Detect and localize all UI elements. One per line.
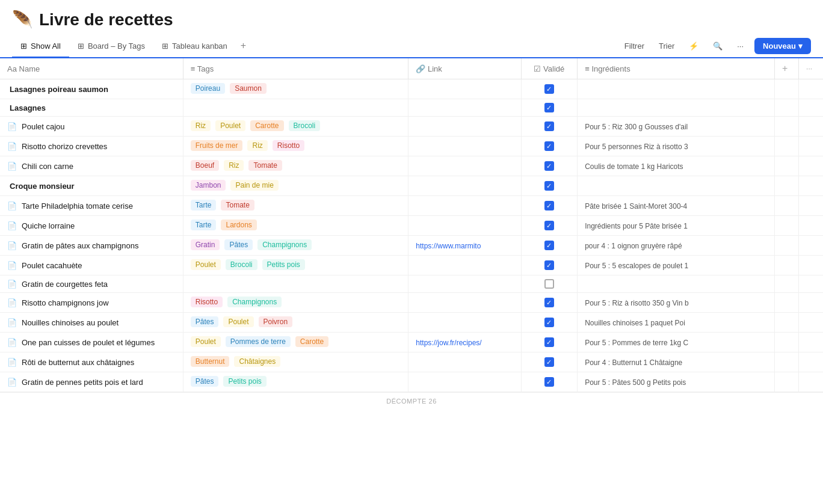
tag[interactable]: Tarte (191, 220, 217, 230)
valide-cell[interactable] (521, 372, 578, 392)
tag[interactable]: Poulet (215, 120, 245, 131)
valide-cell[interactable] (521, 176, 578, 196)
checkbox-unchecked[interactable] (544, 279, 554, 289)
tag[interactable]: Petits pois (262, 259, 305, 270)
name-cell[interactable]: 📄Gratin de pâtes aux champignons (0, 236, 183, 256)
checkbox-checked[interactable] (544, 260, 554, 270)
tag[interactable]: Gratin (191, 239, 220, 250)
valide-cell[interactable] (521, 333, 578, 352)
tag[interactable]: Carotte (295, 336, 328, 347)
tag[interactable]: Pommes de terre (226, 336, 291, 347)
checkbox-checked[interactable] (544, 103, 554, 112)
tag[interactable]: Poivron (259, 316, 293, 327)
valide-cell[interactable] (521, 196, 578, 216)
tag[interactable]: Riz (191, 120, 211, 131)
checkbox-checked[interactable] (544, 337, 554, 347)
valide-cell[interactable] (521, 117, 578, 137)
name-cell[interactable]: 📄Poulet cacahuète (0, 256, 183, 275)
tag[interactable]: Jambon (191, 180, 226, 191)
search-button[interactable]: 🔍 (709, 39, 726, 53)
col-add-button[interactable]: + (774, 58, 798, 79)
link-cell[interactable]: https://jow.fr/recipes/ (408, 333, 521, 352)
valide-cell[interactable] (521, 216, 578, 236)
checkbox-checked[interactable] (544, 377, 554, 387)
tag[interactable]: Carotte (250, 120, 283, 131)
name-cell[interactable]: 📄Risotto champignons jow (0, 293, 183, 313)
trier-button[interactable]: Trier (655, 39, 678, 53)
tag[interactable]: Boeuf (191, 160, 219, 171)
name-cell[interactable]: 📄Chili con carne (0, 156, 183, 176)
tag[interactable]: Petits pois (223, 376, 266, 387)
checkbox-checked[interactable] (544, 161, 554, 171)
tag[interactable]: Tarte (191, 200, 217, 211)
tag[interactable]: Châtaignes (234, 356, 280, 367)
filtrer-button[interactable]: Filtrer (621, 39, 648, 53)
checkbox-checked[interactable] (544, 121, 554, 131)
checkbox-checked[interactable] (544, 141, 554, 151)
tag[interactable]: Champignons (227, 297, 282, 307)
tag[interactable]: Riz (247, 140, 267, 151)
tab-tableau-kanban[interactable]: ⊞ Tableau kanban (153, 35, 236, 58)
tag[interactable]: Risotto (191, 297, 223, 307)
tag[interactable]: Pâtes (191, 316, 219, 327)
name-cell[interactable]: 📄Tarte Philadelphia tomate cerise (0, 196, 183, 216)
checkbox-checked[interactable] (544, 318, 554, 327)
name-cell[interactable]: 📄One pan cuisses de poulet et légumes (0, 333, 183, 352)
checkbox-checked[interactable] (544, 241, 554, 250)
tag[interactable]: Butternut (191, 356, 230, 367)
name-cell[interactable]: 📄Poulet cajou (0, 117, 183, 137)
checkbox-checked[interactable] (544, 298, 554, 307)
link-cell[interactable]: https://www.marmito (408, 236, 521, 256)
name-cell[interactable]: 📄Nouilles chinoises au poulet (0, 313, 183, 333)
new-button[interactable]: Nouveau ▾ (754, 38, 811, 54)
name-cell[interactable]: Lasagnes (0, 99, 183, 117)
valide-cell[interactable] (521, 79, 578, 99)
valide-cell[interactable] (521, 99, 578, 117)
tab-show-all[interactable]: ⊞ Show All (12, 35, 69, 58)
add-tab-button[interactable]: + (236, 34, 251, 57)
tag[interactable]: Lardons (221, 220, 256, 230)
tag[interactable]: Riz (224, 160, 244, 171)
tag[interactable]: Poulet (191, 259, 221, 270)
name-cell[interactable]: 📄Gratin de pennes petits pois et lard (0, 372, 183, 392)
tag[interactable]: Tomate (221, 200, 254, 211)
checkbox-checked[interactable] (544, 201, 554, 211)
valide-cell[interactable] (521, 293, 578, 313)
name-cell[interactable]: 📄Gratin de courgettes feta (0, 275, 183, 293)
valide-cell[interactable] (521, 313, 578, 333)
name-cell[interactable]: 📄Risotto chorizo crevettes (0, 137, 183, 156)
checkbox-checked[interactable] (544, 357, 554, 367)
tag[interactable]: Saumon (230, 83, 267, 94)
tag[interactable]: Pâtes (224, 239, 253, 250)
tag[interactable]: Champignons (257, 239, 312, 250)
name-cell[interactable]: 📄Rôti de butternut aux châtaignes (0, 352, 183, 372)
tag[interactable]: Poireau (191, 83, 225, 94)
valide-cell[interactable] (521, 137, 578, 156)
tag[interactable]: Pâtes (191, 376, 219, 387)
valide-cell[interactable] (521, 156, 578, 176)
tag[interactable]: Brocoli (289, 120, 321, 131)
checkbox-checked[interactable] (544, 221, 554, 230)
col-more-button[interactable]: ··· (799, 58, 823, 79)
valide-cell[interactable] (521, 275, 578, 293)
footer-label: DÉCOMPTE (386, 398, 427, 405)
name-cell[interactable]: 📄Quiche lorraine (0, 216, 183, 236)
tag[interactable]: Risotto (273, 140, 304, 151)
valide-cell[interactable] (521, 352, 578, 372)
valide-cell[interactable] (521, 256, 578, 275)
name-cell[interactable]: Lasagnes poireau saumon (0, 79, 183, 99)
checkbox-checked[interactable] (544, 84, 554, 94)
tag[interactable]: Poulet (223, 316, 253, 327)
bolt-button[interactable]: ⚡ (685, 39, 702, 53)
checkbox-checked[interactable] (544, 181, 554, 191)
name-cell[interactable]: Croque monsieur (0, 176, 183, 196)
more-button[interactable]: ··· (733, 39, 747, 53)
tag[interactable]: Pain de mie (230, 180, 278, 191)
tag[interactable]: Tomate (248, 160, 282, 171)
tag[interactable]: Poulet (191, 336, 221, 347)
tab-board-by-tags[interactable]: ⊞ Board – By Tags (69, 35, 153, 58)
valide-cell[interactable] (521, 236, 578, 256)
recipe-name: One pan cuisses de poulet et légumes (22, 338, 155, 347)
tag[interactable]: Brocoli (226, 259, 257, 270)
tag[interactable]: Fruits de mer (191, 140, 243, 151)
